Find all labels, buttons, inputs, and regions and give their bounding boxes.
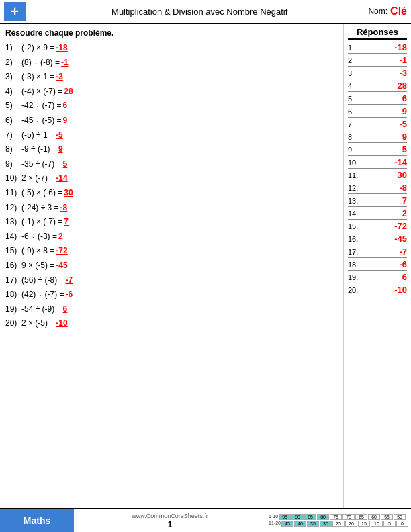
response-number: 4. [348,82,361,90]
response-value: -6 [361,259,407,269]
score-row1-label: 1-10 [269,514,278,520]
response-number: 7. [348,120,361,128]
responses-container: 1.-182.-13.-34.285.66.97.-58.99.510.-141… [348,42,407,296]
responses-column: Réponses 1.-182.-13.-34.285.66.97.-58.99… [344,24,411,508]
problem-answer: 28 [64,85,73,98]
problem-expression: (8) ÷ (-8) = [21,56,60,69]
response-number: 1. [348,44,361,52]
problem-expression: (-4) × (-7) = [21,85,62,98]
response-value: -3 [361,68,407,78]
score-cell: 15 [358,521,370,527]
problem-row: 6)-45 ÷ (-5) = 9 [5,114,338,127]
problem-row: 10)2 × (-7) = -14 [5,172,338,185]
response-number: 11. [348,171,361,179]
score-cell: 10 [371,521,383,527]
response-number: 2. [348,56,361,64]
logo-box: + [4,2,26,21]
problem-answer: -3 [56,71,63,83]
footer-maths-label: Maths [0,509,74,532]
response-row: 5.6 [348,93,407,105]
response-row: 20.-10 [348,285,407,296]
problem-number: 14) [5,230,21,243]
problem-answer: -18 [56,42,67,54]
response-number: 5. [348,95,361,103]
response-number: 13. [348,197,361,205]
problem-row: 18)(42) ÷ (-7) = -6 [5,288,338,301]
problem-answer: -14 [56,172,67,185]
problem-expression: -54 ÷ (-9) = [21,303,62,316]
score-cell: 55 [381,514,393,520]
problem-row: 8)-9 ÷ (-1) = 9 [5,143,338,156]
problem-number: 15) [5,245,21,257]
response-row: 14.2 [348,208,407,220]
score-cell: 60 [368,514,380,520]
problem-number: 1) [5,42,21,54]
score-cell: 40 [294,521,306,527]
problem-number: 10) [5,172,21,185]
problem-answer: -7 [66,274,73,287]
problem-expression: (-24) ÷ 3 = [21,202,59,214]
response-row: 9.5 [348,144,407,156]
response-number: 14. [348,210,361,218]
problem-number: 5) [5,99,21,112]
problem-expression: (-2) × 9 = [21,42,54,54]
response-value: -45 [361,234,407,244]
footer-scores: 1-10 95 90 85 80 75 70 65 60 55 50 11-20… [266,509,411,532]
problem-number: 19) [5,303,21,316]
problem-answer: 6 [63,303,68,316]
problem-expression: 2 × (-7) = [21,172,54,185]
problem-number: 20) [5,317,21,330]
problem-expression: (-5) × (-6) = [21,187,62,200]
problem-answer: -10 [56,317,67,330]
problem-number: 11) [5,187,21,200]
response-value: -5 [361,119,407,129]
problem-expression: (-9) × 8 = [21,245,54,257]
problem-answer: -1 [61,56,68,69]
problem-number: 3) [5,71,21,83]
problem-row: 11)(-5) × (-6) = 30 [5,187,338,200]
footer-website: www.CommonCoreSheets.fr [132,513,208,519]
problem-expression: -42 ÷ (-7) = [21,99,62,112]
response-number: 6. [348,107,361,116]
problem-number: 13) [5,216,21,228]
response-row: 10.-14 [348,157,407,169]
response-number: 15. [348,222,361,230]
problem-expression: (42) ÷ (-7) = [21,288,64,301]
problem-expression: (-3) × 1 = [21,71,54,83]
problem-number: 8) [5,143,21,156]
instruction: Résoudre chaque problème. [5,28,338,38]
response-value: -7 [361,247,407,257]
problems-container: 1)(-2) × 9 = -182)(8) ÷ (-8) = -13)(-3) … [5,42,338,330]
response-number: 8. [348,133,361,141]
problem-answer: -45 [56,259,67,272]
score-row-2: 11-20 45 40 35 30 25 20 15 10 5 0 [269,521,408,527]
response-number: 16. [348,235,361,243]
response-value: 9 [361,132,407,142]
header-title: Multiplication & Division avec Nombre Né… [31,7,368,17]
response-number: 12. [348,184,361,192]
problem-row: 20)2 × (-5) = -10 [5,317,338,330]
problems-column: Résoudre chaque problème. 1)(-2) × 9 = -… [0,24,344,508]
problem-row: 16)9 × (-5) = -45 [5,259,338,272]
problem-answer: 9 [63,114,68,127]
problem-answer: -72 [56,245,67,257]
problem-answer: 9 [58,143,63,156]
problem-row: 7)(-5) ÷ 1 = -5 [5,129,338,142]
response-row: 6.9 [348,106,407,118]
problem-expression: -6 ÷ (-3) = [21,230,57,243]
response-number: 10. [348,159,361,167]
response-row: 19.6 [348,272,407,283]
problem-answer: 5 [63,158,68,171]
problem-answer: 6 [63,99,68,112]
score-row-1: 1-10 95 90 85 80 75 70 65 60 55 50 [269,514,408,520]
problem-row: 1)(-2) × 9 = -18 [5,42,338,54]
response-row: 13.7 [348,195,407,207]
header-cle-label: Clé [390,5,407,17]
logo-plus-icon: + [11,5,19,18]
response-value: 6 [361,272,407,282]
response-row: 2.-1 [348,55,407,66]
response-value: 30 [361,170,407,180]
response-value: -10 [361,285,407,295]
problem-number: 4) [5,85,21,98]
score-cell: 5 [383,521,396,527]
